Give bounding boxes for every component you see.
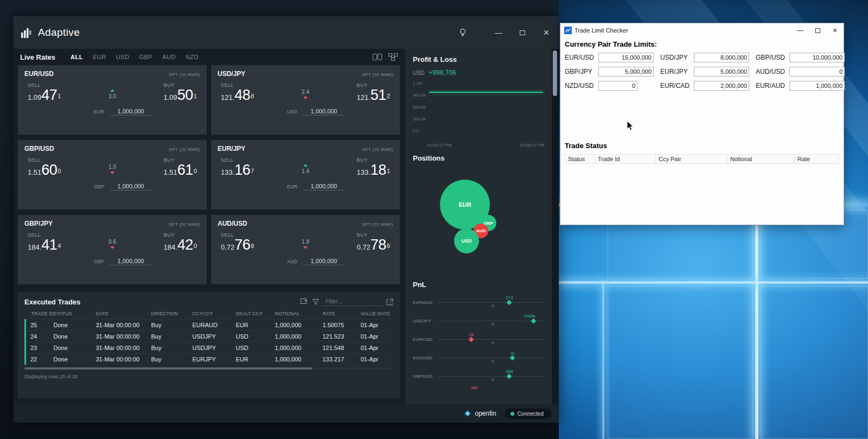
positions-bubble-chart: EUR GBP AUD USD	[413, 162, 544, 281]
buy-price-frac: 0	[194, 243, 197, 249]
popout-panel-icon[interactable]	[301, 298, 308, 305]
rate-tile-aud-usd: AUD/USDSPT (31 MAR) SELL0.72768 1.8 BUY0…	[211, 215, 400, 284]
tenor-label: SPT (31 MAR)	[169, 72, 200, 77]
y-axis-tick: 600.0k	[413, 105, 426, 110]
vertical-scrollbar-thumb[interactable]	[553, 50, 557, 96]
dealt-currency-label: AUD	[287, 259, 297, 264]
table-cell: EUR	[236, 320, 275, 331]
x-axis-end: 02:06:07 PM	[520, 143, 544, 148]
tenor-label: SPT (31 MAR)	[169, 147, 200, 152]
limit-input-gbpusd[interactable]	[789, 53, 845, 62]
buy-price-button[interactable]: BUY1.51610	[164, 157, 197, 179]
table-cell: USDJPY	[193, 342, 236, 354]
tlc-column-header: Notional	[727, 155, 795, 164]
table-cell: 1,000,000	[275, 342, 323, 354]
filter-eur[interactable]: EUR	[93, 54, 106, 60]
rate-tile-usd-jpy: USD/JPYSPT (31 MAR) SELL121.488 2.4 BUY1…	[211, 65, 400, 135]
buy-price-button[interactable]: BUY133.181	[357, 157, 390, 179]
mouse-cursor	[627, 120, 634, 131]
filter-all[interactable]: ALL	[71, 54, 83, 60]
openfin-logo: openfin	[464, 410, 496, 417]
notional-input[interactable]: 1,000,000	[303, 183, 345, 190]
filter-gbp[interactable]: GBP	[139, 54, 152, 60]
price-down-arrow-icon	[303, 246, 308, 249]
buy-price-button[interactable]: BUY121.512	[357, 82, 390, 104]
table-cell: EUR	[236, 354, 275, 365]
limit-input-euraud[interactable]	[789, 81, 845, 91]
notional-input[interactable]: 1,000,000	[303, 258, 345, 265]
pnl-marker	[531, 318, 536, 323]
sell-price-button[interactable]: SELL121.488	[221, 82, 254, 104]
app-status-bar: openfin Connected	[14, 404, 559, 423]
close-button[interactable]: ×	[541, 28, 551, 37]
column-header: DEALT CCY	[236, 308, 275, 320]
table-cell: Done	[54, 354, 96, 365]
tenor-label: SPT (31 MAR)	[362, 222, 393, 227]
adaptive-logo-icon	[21, 27, 33, 38]
sell-price-button[interactable]: SELL1.09471	[28, 82, 61, 104]
live-rates-header: Live Rates ALL EUR USD GBP AUD NZD	[18, 49, 400, 65]
maximize-button[interactable]	[518, 28, 527, 37]
pnl-pair-label: GBPUSD	[413, 374, 439, 379]
horizontal-scrollbar[interactable]	[24, 367, 393, 370]
tlc-close-button[interactable]: ×	[826, 23, 844, 37]
spread-value: 1.0	[108, 164, 116, 170]
tlc-titlebar[interactable]: Trade Limit Checker — ×	[560, 23, 844, 37]
notional-input[interactable]: 1,000,000	[303, 108, 345, 116]
limits-heading: Currency Pair Trade Limits:	[565, 40, 839, 48]
tlc-maximize-button[interactable]	[809, 23, 826, 37]
buy-price-frac: 2	[387, 93, 390, 99]
glow-line	[602, 282, 604, 439]
pnl-pair-label: EURAUD	[413, 300, 439, 305]
tlc-maximize-icon	[815, 28, 820, 33]
pnl-row-audusd: AUDUSD 01k	[413, 348, 544, 367]
filter-icon[interactable]	[312, 299, 319, 305]
y-axis-tick: 0.0	[413, 129, 419, 133]
buy-price-button[interactable]: BUY0.72786	[357, 232, 390, 253]
buy-price-button[interactable]: BUY184.420	[164, 232, 197, 253]
limit-input-audusd[interactable]	[789, 67, 845, 77]
filter-nzd[interactable]: NZD	[186, 54, 199, 60]
filter-aud[interactable]: AUD	[162, 54, 176, 60]
filter-usd[interactable]: USD	[116, 54, 130, 60]
buy-price-base: 1.51	[164, 168, 177, 176]
table-cell: Buy	[151, 342, 193, 354]
sell-price-button[interactable]: SELL1.51600	[28, 157, 61, 179]
limit-input-nzdusd[interactable]	[598, 81, 637, 91]
sell-price-button[interactable]: SELL133.167	[221, 157, 254, 179]
table-cell: 1,000,000	[275, 354, 323, 365]
y-axis-tick: 1.2m	[413, 81, 423, 86]
tlc-minimize-button[interactable]: —	[792, 23, 809, 37]
trades-filter-input[interactable]	[323, 297, 382, 306]
minimize-button[interactable]: —	[494, 28, 503, 37]
dealt-currency-label: EUR	[287, 184, 297, 189]
sell-price-button[interactable]: SELL0.72768	[221, 232, 254, 253]
vertical-scrollbar[interactable]	[552, 49, 559, 404]
app-titlebar: Adaptive — ×	[14, 16, 559, 49]
limit-input-eurjpy[interactable]	[694, 67, 749, 77]
horizontal-scrollbar-thumb[interactable]	[24, 367, 312, 370]
table-cell: USD	[236, 331, 275, 342]
notional-input[interactable]: 1,000,000	[110, 258, 152, 265]
position-bubble-usd[interactable]: USD	[454, 228, 479, 253]
table-cell: EURJPY	[193, 354, 236, 365]
sell-price-button[interactable]: SELL184.414	[28, 232, 61, 253]
sell-price-frac: 8	[251, 243, 254, 249]
rate-tiles-grid: EUR/USDSPT (31 MAR) SELL1.09471 3.0 BUY1…	[18, 65, 400, 284]
limit-input-gbpjpy[interactable]	[598, 67, 654, 77]
buy-price-button[interactable]: BUY1.09501	[164, 82, 197, 104]
notional-input[interactable]: 1,000,000	[110, 183, 152, 190]
limit-input-eurusd[interactable]	[598, 53, 654, 62]
table-cell: 31-Mar 00:00:00	[96, 320, 151, 331]
trading-app-window: Adaptive — × Live Rates ALL EUR USD GBP …	[14, 16, 559, 423]
limit-input-eurcad[interactable]	[694, 81, 749, 91]
notional-input[interactable]: 1,000,000	[110, 108, 152, 116]
tlc-column-header: Ccy Pair	[656, 155, 727, 164]
external-link-icon[interactable]	[386, 298, 393, 306]
tile-view-icon[interactable]	[373, 54, 382, 60]
sell-price-base: 1.51	[28, 168, 41, 176]
limit-input-usdjpy[interactable]	[694, 53, 749, 62]
workspace-view-icon[interactable]	[388, 53, 398, 61]
theme-lightbulb-icon[interactable]	[458, 28, 468, 37]
pnl-zero-label: 0	[492, 377, 494, 382]
